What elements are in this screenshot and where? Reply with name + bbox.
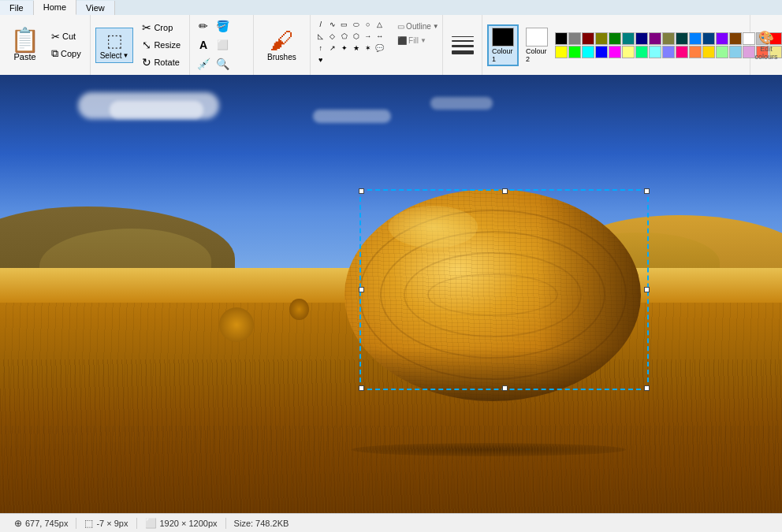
color-swatch[interactable] [689, 46, 702, 58]
pentagon-shape[interactable]: ⬠ [339, 31, 350, 42]
uarrow-shape[interactable]: ↑ [315, 43, 326, 54]
color-swatch[interactable] [555, 32, 568, 45]
heart-shape[interactable]: ♥ [315, 54, 326, 65]
tab-view[interactable]: View [76, 1, 115, 15]
color-swatch[interactable] [729, 32, 742, 45]
fill-button[interactable]: ⬛ Fill ▼ [394, 35, 438, 47]
color-swatch[interactable] [716, 46, 728, 58]
canvas-image[interactable] [0, 75, 782, 513]
color-swatch[interactable] [609, 32, 621, 45]
darrow-shape[interactable]: ↔ [374, 31, 385, 42]
fill-tool[interactable]: 🪣 [214, 17, 231, 35]
color-swatch[interactable] [649, 46, 661, 58]
select-label: Select [100, 51, 122, 60]
star6-shape[interactable]: ✶ [363, 43, 374, 54]
rotate-icon: ↻ [142, 56, 151, 69]
crop-button[interactable]: ✂ Crop [138, 20, 184, 35]
select-button[interactable]: ⬚ Select ▼ [95, 28, 134, 63]
canvas-area[interactable] [0, 75, 782, 513]
resize-button[interactable]: ⤡ Resize [138, 37, 184, 53]
selection-size: ⬚ -7 × 9px [76, 518, 136, 529]
tab-home[interactable]: Home [34, 0, 76, 15]
fill-dropdown[interactable]: ▼ [420, 37, 426, 44]
color-swatch[interactable] [609, 46, 621, 58]
color-swatch[interactable] [595, 46, 608, 58]
cut-button[interactable]: ✂ Cut [47, 29, 85, 44]
color-swatch[interactable] [716, 32, 728, 45]
paste-label: Paste [13, 52, 35, 61]
rect-shape[interactable]: ▭ [339, 19, 350, 30]
crop-icon: ✂ [142, 21, 151, 34]
color-swatch[interactable] [689, 32, 702, 45]
color-swatch[interactable] [635, 32, 648, 45]
star4-shape[interactable]: ✦ [339, 43, 350, 54]
edit-colors-icon: 🎨 [758, 31, 774, 44]
brushes-icon: 🖌 [270, 29, 293, 53]
copy-icon: ⧉ [51, 47, 58, 60]
rtriangle-shape[interactable]: ◺ [315, 31, 326, 42]
select-icon: ⬚ [106, 31, 123, 51]
callout-shape[interactable]: 💬 [374, 43, 385, 54]
color-swatch[interactable] [582, 32, 594, 45]
eraser-tool[interactable]: ⬜ [214, 36, 231, 54]
triangle-shape[interactable]: △ [374, 19, 385, 30]
outline-icon: ▭ [397, 22, 404, 31]
star5-shape[interactable]: ★ [351, 43, 362, 54]
color-swatch[interactable] [676, 32, 688, 45]
arrow-shape[interactable]: → [363, 31, 374, 42]
color-swatch[interactable] [702, 32, 715, 45]
paste-button[interactable]: 📋 Paste [5, 26, 45, 64]
status-bar: ⊕ 677, 745px ⬚ -7 × 9px ⬜ 1920 × 1200px … [0, 513, 782, 532]
color-swatch[interactable] [595, 32, 608, 45]
line-shape[interactable]: / [315, 19, 326, 30]
image-size-icon: ⬜ [145, 518, 157, 529]
color-swatch[interactable] [622, 46, 635, 58]
color-swatch[interactable] [729, 46, 742, 58]
select-dropdown-icon[interactable]: ▼ [122, 52, 128, 59]
cursor-position: ⊕ 677, 745px [6, 518, 76, 529]
hexagon-shape[interactable]: ⬡ [351, 31, 362, 42]
color-picker-tool[interactable]: 💉 [195, 55, 212, 73]
outline-button[interactable]: ▭ Outline ▼ [394, 20, 438, 32]
size-selector[interactable] [450, 35, 475, 56]
image-dimensions: ⬜ 1920 × 1200px [137, 518, 226, 529]
paste-icon: 📋 [10, 28, 39, 52]
diamond-shape[interactable]: ◇ [327, 31, 338, 42]
curve-shape[interactable]: ∿ [327, 19, 338, 30]
file-size: Size: 748.2KB [226, 519, 297, 528]
resize-icon: ⤡ [142, 39, 151, 51]
qarrow-shape[interactable]: ↗ [327, 43, 338, 54]
outline-dropdown[interactable]: ▼ [433, 23, 439, 30]
color-swatch[interactable] [649, 32, 661, 45]
roundrect-shape[interactable]: ⬭ [351, 19, 362, 30]
color-swatch[interactable] [555, 46, 568, 58]
color-swatch[interactable] [662, 32, 675, 45]
magnifier-tool[interactable]: 🔍 [214, 55, 231, 73]
copy-button[interactable]: ⧉ Copy [47, 46, 85, 61]
color2-selector[interactable]: Colour 2 [522, 25, 552, 65]
selection-icon: ⬚ [84, 518, 93, 529]
text-tool[interactable]: A [195, 36, 212, 54]
color-swatch[interactable] [702, 46, 715, 58]
edit-colors-button[interactable]: 🎨 Editcolours [754, 28, 780, 62]
color-swatch[interactable] [676, 46, 688, 58]
color-swatch[interactable] [568, 32, 581, 45]
rotate-button[interactable]: ↻ Rotate [138, 54, 184, 70]
color-swatch[interactable] [582, 46, 594, 58]
color-swatch[interactable] [635, 46, 648, 58]
tab-file[interactable]: File [0, 1, 34, 15]
cursor-icon: ⊕ [14, 518, 22, 529]
pencil-tool[interactable]: ✏ [195, 17, 212, 35]
color-swatch[interactable] [662, 46, 675, 58]
color-swatch[interactable] [622, 32, 635, 45]
brushes-label: Brushes [267, 53, 296, 61]
ribbon: File Home View 📋 Paste ✂ Cut ⧉ Copy [0, 0, 782, 75]
color1-selector[interactable]: Colour 1 [487, 24, 519, 66]
ellipse-shape[interactable]: ○ [363, 19, 374, 30]
cut-icon: ✂ [51, 31, 60, 43]
fill-icon: ⬛ [397, 36, 407, 45]
color-swatch[interactable] [568, 46, 581, 58]
brushes-button[interactable]: 🖌 Brushes [259, 25, 305, 65]
